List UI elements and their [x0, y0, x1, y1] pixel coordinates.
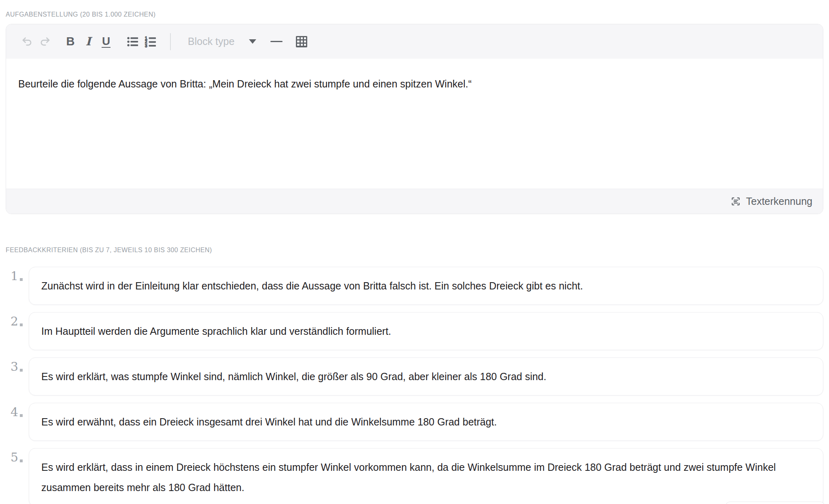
task-text-area[interactable]: Beurteile die folgende Aussage von Britt… — [6, 59, 823, 189]
list-item: 3 Es wird erklärt, was stumpfe Winkel si… — [6, 357, 823, 396]
criterion-text-4: Es wird erwähnt, dass ein Dreieck insges… — [41, 416, 497, 427]
feedback-field-label: FEEDBACKKRITERIEN (BIS ZU 7, JEWEILS 10 … — [6, 247, 823, 253]
texterkennung-label: Texterkennung — [746, 196, 812, 207]
editor-footer: Texterkennung — [6, 189, 823, 214]
criterion-field-1[interactable]: Zunächst wird in der Einleitung klar ent… — [29, 267, 823, 305]
number-dot — [20, 369, 23, 372]
block-type-placeholder: Block type — [188, 36, 234, 47]
undo-icon — [21, 36, 33, 48]
criterion-field-4[interactable]: Es wird erwähnt, dass ein Dreieck insges… — [29, 403, 823, 441]
underline-button[interactable]: U — [97, 33, 115, 51]
number-dot — [20, 414, 23, 417]
undo-button[interactable] — [18, 33, 36, 51]
insert-table-button[interactable] — [293, 33, 310, 51]
caret-down-icon — [249, 39, 256, 44]
underline-icon: U — [102, 35, 111, 48]
criterion-field-5[interactable]: Es wird erklärt, dass in einem Dreieck h… — [29, 448, 823, 504]
criterion-text-1: Zunächst wird in der Einleitung klar ent… — [41, 280, 583, 291]
number-dot — [20, 459, 23, 462]
item-number-5: 5 — [6, 448, 29, 464]
criterion-text-5: Es wird erklärt, dass in einem Dreieck h… — [41, 461, 776, 493]
editor-toolbar: B I U — [6, 24, 823, 59]
criterion-text-2: Im Hauptteil werden die Argumente sprach… — [41, 325, 391, 337]
italic-icon: I — [85, 35, 91, 48]
item-number-1: 1 — [6, 267, 29, 282]
italic-button[interactable]: I — [79, 33, 97, 51]
partial-element — [725, 502, 825, 504]
table-grid-icon — [296, 36, 307, 47]
criterion-field-2[interactable]: Im Hauptteil werden die Argumente sprach… — [29, 312, 823, 350]
criterion-text-3: Es wird erklärt, was stumpfe Winkel sind… — [41, 371, 546, 382]
list-item: 2 Im Hauptteil werden die Argumente spra… — [6, 312, 823, 350]
texterkennung-button[interactable]: Texterkennung — [730, 196, 812, 207]
numbered-list-icon: 1 2 3 — [145, 36, 157, 48]
task-field-label: AUFGABENSTELLUNG (20 BIS 1.000 ZEICHEN) — [6, 11, 823, 18]
horizontal-rule-icon — [270, 41, 283, 42]
number-dot — [20, 323, 23, 326]
list-item: 5 Es wird erklärt, dass in einem Dreieck… — [6, 448, 823, 504]
list-item: 1 Zunächst wird in der Einleitung klar e… — [6, 267, 823, 305]
text-scan-icon — [730, 196, 741, 207]
task-text: Beurteile die folgende Aussage von Britt… — [18, 78, 472, 89]
bullet-list-icon — [127, 36, 139, 48]
bold-button[interactable]: B — [62, 33, 79, 51]
list-item: 4 Es wird erwähnt, dass ein Dreieck insg… — [6, 403, 823, 441]
rich-text-editor: B I U — [6, 24, 823, 214]
item-number-3: 3 — [6, 357, 29, 373]
number-dot — [20, 278, 23, 281]
bold-icon: B — [66, 35, 75, 48]
block-type-dropdown[interactable]: Block type — [188, 36, 256, 47]
redo-icon — [39, 36, 51, 48]
criteria-list: 1 Zunächst wird in der Einleitung klar e… — [6, 267, 823, 504]
redo-button[interactable] — [36, 33, 54, 51]
svg-text:3: 3 — [145, 43, 147, 48]
criterion-field-3[interactable]: Es wird erklärt, was stumpfe Winkel sind… — [29, 357, 823, 396]
numbered-list-button[interactable]: 1 2 3 — [142, 33, 159, 51]
item-number-4: 4 — [6, 403, 29, 418]
horizontal-rule-button[interactable] — [268, 33, 285, 51]
item-number-2: 2 — [6, 312, 29, 327]
bullet-list-button[interactable] — [124, 33, 142, 51]
toolbar-divider — [170, 33, 171, 50]
